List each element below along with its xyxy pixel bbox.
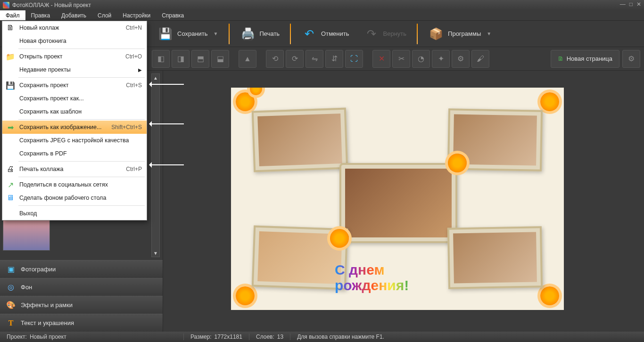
scrollbar[interactable]: ▲ ▼ [151, 73, 160, 257]
photos-icon: ▣ [6, 264, 16, 275]
undo-icon: ↶ [301, 26, 317, 42]
toolbar-undo-label: Отменить [321, 30, 349, 37]
toolbar-undo[interactable]: ↶ Отменить [295, 23, 355, 45]
menu-open-project[interactable]: 📁 Открыть проект Ctrl+O [2, 50, 147, 63]
photo-thumbnail[interactable] [3, 218, 50, 251]
toolbar-print-label: Печать [260, 30, 280, 37]
status-help: Для вызова справки нажмите F1. [290, 334, 391, 340]
status-bar: Проект: Новый проект Размер: 1772x1181 С… [0, 332, 644, 342]
menu-label: Открыть проект [19, 53, 63, 60]
menu-label: Сохранить как шаблон [19, 108, 82, 115]
toolbar-redo[interactable]: ↷ Вернуть [357, 23, 413, 45]
menu-new-collage[interactable]: 🗎 Новый коллаж Ctrl+N [2, 21, 147, 34]
rotate-left-icon[interactable]: ⟲ [266, 50, 284, 68]
scroll-up-icon[interactable]: ▲ [152, 74, 159, 81]
photo-frame[interactable] [447, 226, 543, 289]
align-bottom-icon[interactable]: ⬓ [211, 50, 229, 68]
separator [290, 24, 291, 44]
delete-icon[interactable]: ✕ [372, 50, 390, 68]
menu-save-pdf[interactable]: Сохранить в PDF [2, 147, 147, 160]
save-icon: 💾 [157, 26, 173, 42]
pointer-arrow [151, 84, 184, 85]
magic-icon[interactable]: ✦ [432, 50, 450, 68]
menu-edit[interactable]: Правка [25, 10, 56, 20]
menu-label: Недавние проекты [19, 66, 71, 73]
flip-h-icon[interactable]: ⇋ [305, 50, 323, 68]
bring-forward-icon[interactable]: ▲ [239, 50, 256, 68]
accordion-background[interactable]: ◎ Фон [0, 278, 163, 296]
status-layers: Слоев: 13 [249, 334, 290, 340]
fit-icon[interactable]: ⛶ [345, 50, 363, 68]
accordion-label: Эффекты и рамки [21, 301, 73, 309]
menu-save-as-template[interactable]: Сохранить как шаблон [2, 105, 147, 118]
toolbar-programs[interactable]: 📦 Программы ▼ [421, 23, 498, 45]
menu-save-project-as[interactable]: Сохранить проект как... [2, 92, 147, 105]
align-top-icon[interactable]: ⬒ [191, 50, 209, 68]
accordion-effects[interactable]: 🎨 Эффекты и рамки [0, 296, 163, 314]
separator [229, 24, 230, 44]
brush-icon[interactable]: 🖌 [471, 50, 489, 68]
collage-canvas[interactable]: С днем рождения! [231, 88, 564, 310]
menu-file[interactable]: Файл [0, 10, 25, 20]
menu-set-wallpaper[interactable]: 🖥 Сделать фоном рабочего стола [2, 191, 147, 204]
menu-new-photobook[interactable]: Новая фотокнига [2, 34, 147, 48]
photo-frame[interactable] [252, 108, 348, 172]
pointer-arrow [151, 164, 184, 165]
redo-icon: ↷ [363, 26, 380, 42]
scroll-down-icon[interactable]: ▼ [152, 249, 159, 257]
menu-save-project[interactable]: 💾 Сохранить проект Ctrl+S [2, 79, 147, 92]
printer-icon: 🖨️ [240, 26, 256, 42]
window-controls: — □ ✕ [620, 1, 641, 8]
settings-icon[interactable]: ⚙ [452, 50, 470, 68]
rotate-right-icon[interactable]: ⟳ [286, 50, 304, 68]
color-icon[interactable]: ◔ [412, 50, 430, 68]
minimize-button[interactable]: — [620, 1, 626, 8]
globe-icon: ◎ [6, 282, 16, 293]
toolbar-print[interactable]: 🖨️ Печать [233, 23, 287, 45]
status-label: Слоев: [256, 334, 274, 340]
text-icon: T [6, 318, 16, 328]
menu-save-jpeg[interactable]: Сохранить JPEG с настройкой качества [2, 134, 147, 147]
status-project: Проект: Новый проект [0, 334, 184, 340]
flip-v-icon[interactable]: ⇵ [325, 50, 343, 68]
menu-label: Выход [19, 210, 37, 217]
dropdown-icon[interactable]: ▼ [487, 31, 491, 36]
side-accordion: ▣ Фотографии ◎ Фон 🎨 Эффекты и рамки T Т… [0, 260, 163, 332]
close-button[interactable]: ✕ [636, 1, 641, 8]
menu-save-as-image[interactable]: ➡ Сохранить как изображение... Shift+Ctr… [2, 121, 147, 134]
align-right-icon[interactable]: ◨ [172, 50, 190, 68]
text-line: С днем [335, 262, 409, 277]
shortcut: Ctrl+O [125, 53, 142, 60]
status-value: 1772x1181 [215, 334, 242, 340]
crop-icon[interactable]: ✂ [392, 50, 410, 68]
menu-help[interactable]: Справка [156, 10, 190, 20]
accordion-photos[interactable]: ▣ Фотографии [0, 260, 163, 278]
menu-layer[interactable]: Слой [92, 10, 117, 20]
dropdown-icon[interactable]: ▼ [214, 31, 218, 36]
collage-text[interactable]: С днем рождения! [335, 262, 409, 293]
menu-share[interactable]: ↗ Поделиться в социальных сетях [2, 178, 147, 191]
separator [18, 205, 145, 206]
photo-frame[interactable] [339, 163, 457, 243]
page-settings-icon[interactable]: ⚙ [622, 50, 640, 68]
new-page-button[interactable]: 🗎 Новая страница [551, 50, 619, 68]
shortcut: Shift+Ctrl+S [111, 124, 142, 130]
palette-icon: 🎨 [6, 300, 16, 310]
printer-icon: 🖨 [5, 164, 16, 174]
status-label: Размер: [190, 334, 212, 340]
align-left-icon[interactable]: ◧ [152, 50, 170, 68]
menu-print-collage[interactable]: 🖨 Печать коллажа Ctrl+P [2, 163, 147, 176]
menu-label: Новая фотокнига [19, 38, 66, 44]
menu-recent-projects[interactable]: Недавние проекты ▶ [2, 63, 147, 76]
scroll-track[interactable] [152, 81, 159, 249]
menu-settings[interactable]: Настройки [117, 10, 156, 20]
menu-label: Сохранить JPEG с настройкой качества [19, 137, 129, 144]
toolbar-save[interactable]: 💾 Сохранить ▼ [151, 23, 225, 45]
pointer-arrow [151, 123, 184, 124]
menu-exit[interactable]: Выход [2, 207, 147, 220]
accordion-text[interactable]: T Текст и украшения [0, 314, 163, 332]
separator [18, 49, 145, 49]
menu-add[interactable]: Добавить [56, 10, 92, 20]
disk-icon: 💾 [5, 80, 16, 90]
maximize-button[interactable]: □ [629, 1, 633, 8]
